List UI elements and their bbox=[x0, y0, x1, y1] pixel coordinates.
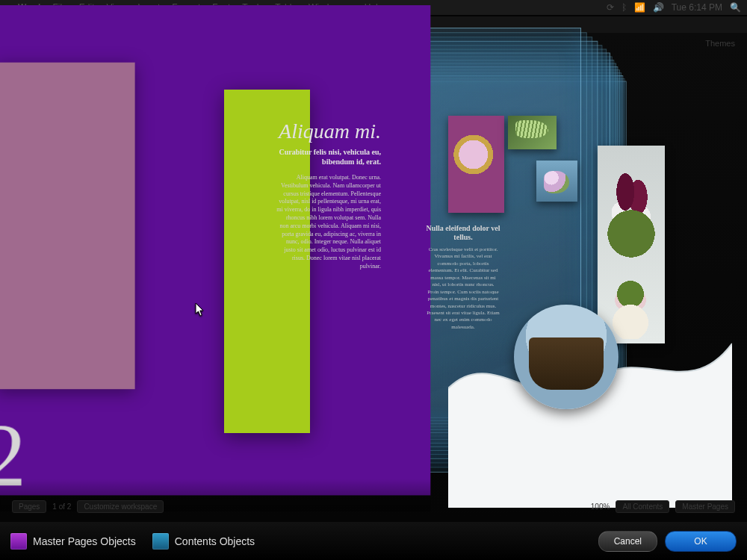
legend-master-pages: Master Pages Objects bbox=[10, 533, 136, 550]
body-paragraph: Aliquam erat volutpat. Donec urna. Vesti… bbox=[276, 174, 381, 271]
right-paragraph: Cras scelerisque velit et porttitor. Viv… bbox=[426, 246, 500, 331]
cancel-button[interactable]: Cancel bbox=[598, 531, 657, 552]
status-pages-label: Pages bbox=[12, 500, 46, 513]
left-page-text-column: Aliquam mi. Curabitur felis nisi, vehicu… bbox=[276, 119, 381, 271]
status-zoom: 100% bbox=[591, 503, 610, 511]
photo-bouquet-tall[interactable] bbox=[598, 146, 665, 343]
menubar-status-area: ⟳ ᛒ 📶 🔊 Tue 6:14 PM 🔍 bbox=[607, 2, 741, 13]
legend-master-label: Master Pages Objects bbox=[33, 535, 136, 547]
master-pages-swatch-icon bbox=[10, 533, 27, 550]
master-page-image-placeholder[interactable] bbox=[0, 63, 135, 389]
body-heading: Aliquam mi. bbox=[276, 119, 381, 143]
status-chip: All Contents bbox=[616, 500, 669, 513]
volume-icon: 🔊 bbox=[653, 2, 664, 13]
photo-flower-closeup[interactable] bbox=[448, 116, 504, 213]
clock: Tue 6:14 PM bbox=[672, 2, 722, 13]
status-customize: Customize workspace bbox=[77, 500, 164, 513]
right-heading: Nulla eleifend dolor vel tellus. bbox=[426, 224, 500, 242]
status-pages-value: 1 of 2 bbox=[52, 503, 71, 511]
legend-contents: Contents Objects bbox=[152, 533, 255, 550]
ok-button[interactable]: OK bbox=[665, 531, 737, 552]
contents-swatch-icon bbox=[152, 533, 169, 550]
bottom-action-bar: Master Pages Objects Contents Objects Ca… bbox=[0, 523, 747, 560]
bluetooth-icon: ᛒ bbox=[622, 2, 627, 13]
airport-icon: 📶 bbox=[634, 2, 645, 13]
legend-contents-label: Contents Objects bbox=[175, 535, 255, 547]
photo-fern[interactable] bbox=[508, 116, 557, 149]
sync-icon: ⟳ bbox=[607, 2, 614, 13]
page-number: 2 bbox=[0, 404, 26, 508]
photo-bud[interactable] bbox=[536, 161, 577, 202]
body-subheading: Curabitur felis nisi, vehicula eu, biben… bbox=[276, 148, 381, 167]
right-page-text-column: Nulla eleifend dolor vel tellus. Cras sc… bbox=[426, 224, 500, 331]
status-chip: Master Pages bbox=[675, 500, 735, 513]
spotlight-icon: 🔍 bbox=[730, 2, 741, 13]
photo-tulip-basket-oval[interactable] bbox=[514, 305, 619, 409]
word-status-bar: Pages 1 of 2 Customize workspace 100% Al… bbox=[0, 497, 747, 515]
layer-explode-view: 2 Aliquam mi. Curabitur felis nisi, vehi… bbox=[0, 30, 747, 515]
